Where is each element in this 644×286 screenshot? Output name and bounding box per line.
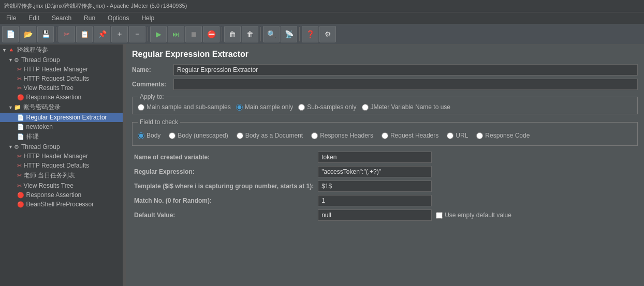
- tree-item-http-header-2[interactable]: ✂ HTTP Header Manager: [0, 152, 123, 161]
- radio-main-sub-input[interactable]: [138, 104, 144, 111]
- arrow-task-list: [14, 173, 16, 178]
- tree-label-http-request-2: HTTP Request Defaults: [24, 162, 90, 169]
- tree-item-response-1[interactable]: 🔴 Response Assertion: [0, 93, 123, 102]
- menu-run[interactable]: Run: [81, 13, 98, 23]
- name-row: Name:: [132, 64, 638, 76]
- icon-view-results-1: ✂: [17, 85, 22, 92]
- tree-label-response-1: Response Assertion: [26, 94, 82, 101]
- icon-tg1: ⚙: [14, 57, 19, 64]
- run-all-button[interactable]: ⏭: [168, 26, 184, 42]
- collapse-button[interactable]: －: [129, 26, 145, 42]
- arrow-newtoken: [14, 124, 16, 129]
- radio-sub-only[interactable]: Sub-samples only: [298, 103, 356, 111]
- radio-response-code[interactable]: Response Code: [476, 132, 530, 139]
- tree-item-account-login[interactable]: ▼ 📁 账号密码登录: [0, 102, 123, 113]
- radio-body-unescaped[interactable]: Body (unescaped): [169, 132, 228, 139]
- paste-button[interactable]: 📌: [94, 26, 110, 42]
- radio-jmeter-var-label: JMeter Variable Name to use: [371, 103, 451, 111]
- clear-all-button[interactable]: 🗑: [242, 26, 258, 42]
- radio-url-input[interactable]: [447, 132, 453, 139]
- tree-label-response-2: Response Assertion: [26, 191, 82, 199]
- stop-now-button[interactable]: ⛔: [203, 26, 219, 42]
- arrow-view-results-2: [14, 183, 16, 188]
- radio-jmeter-var-input[interactable]: [362, 104, 369, 111]
- tree-item-response-2[interactable]: 🔴 Response Assertion: [0, 190, 123, 200]
- tree-item-tg1[interactable]: ▼ ⚙ Thread Group: [0, 55, 123, 65]
- tree-label-beanshell: BeanShell PreProcessor: [26, 201, 94, 208]
- arrow-task: [14, 134, 16, 140]
- radio-body[interactable]: Body: [138, 132, 160, 139]
- icon-beanshell: 🔴: [17, 201, 24, 208]
- expand-button[interactable]: ＋: [111, 26, 128, 42]
- apply-to-radio-group: Main sample and sub-samples Main sample …: [138, 103, 632, 111]
- radio-main-sub[interactable]: Main sample and sub-samples: [138, 103, 231, 111]
- toolbar-sep-3: [222, 27, 222, 41]
- tree-label-tg1: Thread Group: [21, 56, 60, 64]
- remote-button[interactable]: 📡: [281, 26, 297, 42]
- radio-request-headers[interactable]: Request Headers: [382, 132, 438, 139]
- radio-body-doc-input[interactable]: [237, 132, 243, 139]
- match-no-row: Match No. (0 for Random):: [132, 193, 638, 208]
- help-button[interactable]: ❓: [302, 26, 318, 42]
- tree-label-tg2: Thread Group: [21, 143, 60, 150]
- open-button[interactable]: 📂: [20, 26, 36, 42]
- created-var-input[interactable]: [318, 152, 432, 163]
- menu-file[interactable]: File: [3, 13, 19, 23]
- use-empty-default-checkbox[interactable]: [436, 212, 443, 219]
- radio-response-headers[interactable]: Response Headers: [311, 132, 373, 139]
- radio-url-label: URL: [456, 132, 468, 139]
- tree-label-http-header-2: HTTP Header Manager: [24, 153, 89, 160]
- menu-edit[interactable]: Edit: [25, 13, 42, 23]
- clear-button[interactable]: 🗑: [224, 26, 241, 42]
- use-empty-default-label[interactable]: Use empty default value: [436, 212, 511, 219]
- menu-options[interactable]: Options: [105, 13, 132, 23]
- tree-item-task-list[interactable]: ✂ 老师 当日任务列表: [0, 170, 123, 181]
- tree-item-beanshell[interactable]: 🔴 BeanShell PreProcessor: [0, 200, 123, 209]
- settings-button[interactable]: ⚙: [319, 26, 336, 42]
- radio-body-input[interactable]: [138, 132, 144, 139]
- icon-http-header-1: ✂: [17, 66, 22, 73]
- radio-body-doc[interactable]: Body as a Document: [237, 132, 303, 139]
- tree-item-view-results-1[interactable]: ✂ View Results Tree: [0, 83, 123, 93]
- radio-main-only[interactable]: Main sample only: [236, 103, 293, 111]
- radio-main-only-input[interactable]: [236, 104, 243, 111]
- radio-sub-only-input[interactable]: [298, 104, 305, 111]
- radio-response-headers-input[interactable]: [311, 132, 318, 139]
- menu-help[interactable]: Help: [138, 13, 157, 23]
- tree-item-tg2[interactable]: ▼ ⚙ Thread Group: [0, 142, 123, 152]
- search-button[interactable]: 🔍: [263, 26, 280, 42]
- copy-button[interactable]: 📋: [76, 26, 93, 42]
- icon-regex: 📄: [17, 114, 24, 121]
- menu-search[interactable]: Search: [49, 13, 75, 23]
- regex-input[interactable]: [318, 166, 432, 177]
- cut-button[interactable]: ✂: [58, 26, 75, 42]
- tree-item-http-request-2[interactable]: ✂ HTTP Request Defaults: [0, 161, 123, 170]
- default-val-input[interactable]: [318, 209, 432, 221]
- arrow-response-1: [14, 95, 16, 100]
- name-input[interactable]: [173, 64, 638, 76]
- new-button[interactable]: 📄: [2, 26, 19, 42]
- tree-label-regex: Regular Expression Extractor: [26, 114, 107, 121]
- icon-task-list: ✂: [17, 172, 22, 179]
- tree-item-root[interactable]: ▼ 🔺 跨线程传参: [0, 44, 123, 55]
- radio-body-doc-label: Body as a Document: [245, 132, 303, 139]
- comments-input[interactable]: [173, 79, 638, 90]
- tree-item-http-request-1[interactable]: ✂ HTTP Request Defaults: [0, 74, 123, 83]
- stop-button[interactable]: ⏹: [185, 26, 202, 42]
- match-no-input[interactable]: [318, 195, 432, 206]
- save-button[interactable]: 💾: [37, 26, 54, 42]
- template-input[interactable]: [318, 180, 432, 192]
- radio-jmeter-var[interactable]: JMeter Variable Name to use: [362, 103, 451, 111]
- radio-body-unescaped-input[interactable]: [169, 132, 175, 139]
- tree-item-http-header-1[interactable]: ✂ HTTP Header Manager: [0, 65, 123, 74]
- radio-url[interactable]: URL: [447, 132, 468, 139]
- fields-table: Name of created variable: Regular Expres…: [132, 150, 638, 222]
- run-button[interactable]: ▶: [150, 26, 167, 42]
- radio-request-headers-input[interactable]: [382, 132, 388, 139]
- tree-item-task[interactable]: 📄 排课: [0, 131, 123, 142]
- radio-response-code-input[interactable]: [476, 132, 483, 139]
- tree-item-newtoken[interactable]: 📄 newtoken: [0, 122, 123, 131]
- tree-item-regex[interactable]: 📄 Regular Expression Extractor: [0, 113, 123, 122]
- radio-body-label: Body: [147, 132, 160, 139]
- tree-item-view-results-2[interactable]: ✂ View Results Tree: [0, 181, 123, 190]
